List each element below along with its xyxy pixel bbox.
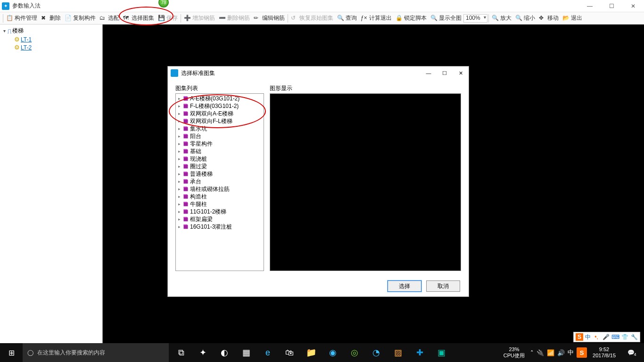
app-icon-3[interactable]: ▦ bbox=[236, 343, 256, 362]
atlas-list-item[interactable]: ▸双网双向A-E楼梯 bbox=[176, 110, 264, 117]
atlas-list-item[interactable]: ▸构造柱 bbox=[176, 193, 264, 200]
atlas-list-item[interactable]: ▸基础 bbox=[176, 148, 264, 155]
app-icon-1[interactable]: ✦ bbox=[192, 343, 213, 362]
chevron-right-icon: ▸ bbox=[177, 117, 182, 125]
collapse-icon[interactable]: ▾ bbox=[2, 28, 7, 33]
chevron-right-icon: ▸ bbox=[177, 110, 182, 117]
tool-show-all[interactable]: 🔍显示全图 bbox=[429, 13, 463, 24]
atlas-list[interactable]: ▸A-E楼梯(03G101-2)▸F-L楼梯(03G101-2)▸双网双向A-E… bbox=[175, 93, 264, 271]
save-icon: 💾 bbox=[158, 15, 165, 22]
tree-item[interactable]: ⚙ LT-1 bbox=[1, 35, 101, 43]
chevron-up-icon[interactable]: ˄ bbox=[530, 349, 534, 356]
app-icon-5[interactable]: ◎ bbox=[344, 343, 365, 362]
tool-query[interactable]: 🔍查询 bbox=[335, 13, 359, 24]
edit-icon: ✏ bbox=[254, 15, 261, 22]
tool-restore[interactable]: ↺恢复原始图集 bbox=[289, 13, 335, 24]
close-button[interactable]: ✕ bbox=[622, 0, 644, 12]
app-icon-6[interactable]: ◔ bbox=[366, 343, 387, 362]
app-icon-9[interactable]: ▣ bbox=[431, 343, 452, 362]
atlas-list-item[interactable]: ▸集水坑 bbox=[176, 125, 264, 132]
atlas-list-panel: 图集列表 ▸A-E楼梯(03G101-2)▸F-L楼梯(03G101-2)▸双网… bbox=[175, 84, 264, 271]
app-icon-4[interactable]: ◉ bbox=[322, 343, 343, 362]
atlas-list-item[interactable]: ▸框架扁梁 bbox=[176, 215, 264, 223]
ime-tool-icon[interactable]: 🔧 bbox=[630, 333, 638, 341]
app-icon-7[interactable]: ▨ bbox=[388, 343, 408, 362]
atlas-list-item[interactable]: ▸阳台 bbox=[176, 132, 264, 140]
exit-icon: 📂 bbox=[562, 15, 570, 22]
explorer-icon[interactable]: 📁 bbox=[301, 343, 322, 362]
tool-select-atlas[interactable]: 🗺选择图集 bbox=[121, 13, 156, 24]
taskview-icon[interactable]: ⧉ bbox=[171, 343, 191, 362]
tool-add-rebar[interactable]: ➕增加钢筋 bbox=[182, 13, 217, 24]
tool-zoom-out[interactable]: 🔍缩小 bbox=[513, 13, 537, 24]
tool-calc-exit[interactable]: ƒ×计算退出 bbox=[359, 13, 394, 24]
cpu-meter[interactable]: 23% CPU使用 bbox=[501, 346, 528, 359]
atlas-list-item[interactable]: ▸双网双向F-L楼梯 bbox=[176, 117, 264, 125]
dialog-body: 图集列表 ▸A-E楼梯(03G101-2)▸F-L楼梯(03G101-2)▸双网… bbox=[168, 80, 469, 276]
ime-toolbar[interactable]: S 中 •, 🎤 ⌨ 👕 🔧 bbox=[573, 332, 640, 342]
atlas-list-item[interactable]: ▸普通楼梯 bbox=[176, 170, 264, 178]
tool-component-manage[interactable]: 📋构件管理 bbox=[4, 13, 39, 24]
select-button[interactable]: 选择 bbox=[388, 280, 421, 292]
gear-icon: ⚙ bbox=[14, 36, 20, 43]
atlas-list-item[interactable]: ▸11G101-2楼梯 bbox=[176, 208, 264, 215]
maximize-button[interactable]: ☐ bbox=[601, 0, 622, 12]
atlas-list-item[interactable]: ▸F-L楼梯(03G101-2) bbox=[176, 102, 264, 110]
ime-indicator[interactable]: 中 bbox=[568, 348, 574, 357]
atlas-item-label: F-L楼梯(03G101-2) bbox=[190, 102, 239, 110]
volume-icon[interactable]: 🔊 bbox=[557, 349, 565, 356]
sogou-ime-icon[interactable]: S bbox=[577, 347, 587, 358]
tool-move[interactable]: ✥移动 bbox=[537, 13, 561, 24]
atlas-list-item[interactable]: ▸圈过梁 bbox=[176, 163, 264, 170]
atlas-list-item[interactable]: ▸现浇桩 bbox=[176, 155, 264, 163]
tool-edit-rebar[interactable]: ✏编辑钢筋 bbox=[252, 13, 287, 24]
tool-del-rebar[interactable]: ➖删除钢筋 bbox=[217, 13, 252, 24]
notification-badge[interactable]: 78 bbox=[158, 0, 169, 8]
atlas-item-label: 框架扁梁 bbox=[190, 215, 213, 223]
atlas-list-item[interactable]: ▸16G101-3灌注桩 bbox=[176, 223, 264, 230]
zoomout-icon: 🔍 bbox=[515, 15, 523, 22]
atlas-list-item[interactable]: ▸牛腿柱 bbox=[176, 200, 264, 208]
ime-keyboard-icon[interactable]: ⌨ bbox=[611, 333, 619, 341]
clock[interactable]: 9:52 2017/8/15 bbox=[590, 346, 619, 359]
ime-skin-icon[interactable]: 👕 bbox=[621, 333, 628, 341]
book-icon bbox=[182, 96, 189, 101]
zoom-combo[interactable]: 100% bbox=[463, 14, 487, 23]
action-center[interactable]: 💬4 bbox=[621, 343, 640, 362]
app-icon-8[interactable]: ✚ bbox=[409, 343, 430, 362]
power-icon[interactable]: 🔌 bbox=[537, 349, 544, 356]
app-icon-2[interactable]: ◐ bbox=[214, 343, 235, 362]
atlas-list-item[interactable]: ▸墙柱或砌体拉筋 bbox=[176, 185, 264, 193]
ime-s-icon[interactable]: S bbox=[576, 333, 583, 341]
dialog-minimize-button[interactable]: ― bbox=[421, 66, 437, 80]
dialog-close-button[interactable]: ✕ bbox=[453, 66, 469, 80]
start-button[interactable]: ⊞ bbox=[0, 343, 23, 362]
tool-delete[interactable]: ✖删除 bbox=[39, 13, 63, 24]
tool-copy[interactable]: 📄复制构件 bbox=[63, 13, 98, 24]
minimize-button[interactable]: ― bbox=[579, 0, 601, 12]
tool-zoom-in[interactable]: 🔍放大 bbox=[490, 13, 513, 24]
taskbar-search[interactable]: ◯ 在这里输入你要搜索的内容 bbox=[23, 343, 169, 362]
cancel-button[interactable]: 取消 bbox=[426, 280, 460, 292]
book-icon bbox=[182, 118, 189, 124]
store-icon[interactable]: 🛍 bbox=[279, 343, 300, 362]
ime-lang[interactable]: 中 bbox=[585, 333, 591, 341]
atlas-list-item[interactable]: ▸承台 bbox=[176, 178, 264, 185]
tree-item-label: LT-1 bbox=[21, 36, 32, 43]
atlas-item-label: 双网双向A-E楼梯 bbox=[190, 110, 233, 117]
tool-exit[interactable]: 📂退出 bbox=[561, 13, 584, 24]
tool-save[interactable]: 💾保存 bbox=[156, 13, 180, 24]
dialog-maximize-button[interactable]: ☐ bbox=[437, 66, 453, 80]
tool-lock-script[interactable]: 🔒锁定脚本 bbox=[394, 13, 429, 24]
chevron-right-icon: ▸ bbox=[177, 148, 182, 155]
atlas-list-item[interactable]: ▸A-E楼梯(03G101-2) bbox=[176, 95, 264, 102]
atlas-list-item[interactable]: ▸零星构件 bbox=[176, 140, 264, 148]
tree-item[interactable]: ⚙ LT-2 bbox=[1, 43, 101, 51]
ime-mic-icon[interactable]: 🎤 bbox=[602, 333, 610, 341]
ime-punct-icon[interactable]: •, bbox=[593, 333, 600, 341]
tree-root[interactable]: ▾ ⎍ 楼梯 bbox=[1, 26, 101, 35]
edge-icon[interactable]: e bbox=[257, 343, 278, 362]
wifi-icon[interactable]: 📶 bbox=[547, 349, 554, 356]
tool-match[interactable]: 🗂选配 bbox=[98, 13, 121, 24]
chevron-right-icon: ▸ bbox=[177, 215, 182, 223]
